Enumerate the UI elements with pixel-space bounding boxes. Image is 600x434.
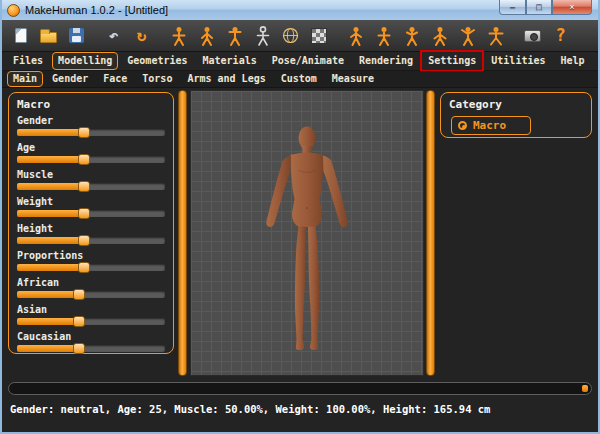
viewport-3d[interactable]	[190, 90, 424, 376]
slider-label: Weight	[17, 196, 165, 207]
slider-fill	[17, 183, 84, 190]
skeleton-view-button[interactable]	[249, 22, 276, 49]
tab-modelling[interactable]: Modelling	[52, 52, 118, 70]
pose-figure-2-button[interactable]	[193, 22, 220, 49]
age-slider: Age	[17, 142, 165, 163]
camera-icon	[524, 30, 541, 42]
tab-torso[interactable]: Torso	[136, 71, 178, 87]
caucasian-slider-handle[interactable]	[73, 343, 85, 354]
tab-files[interactable]: Files	[7, 52, 49, 70]
minimize-button[interactable]: –	[499, 0, 526, 15]
slider-fill	[17, 210, 84, 217]
age-slider-track[interactable]	[17, 156, 165, 163]
pose-figure-icon	[170, 26, 188, 46]
asian-slider-handle[interactable]	[73, 316, 85, 327]
help-button[interactable]: ?	[547, 22, 574, 49]
checkerboard-icon	[311, 28, 327, 44]
left-scrollbar[interactable]	[178, 90, 187, 376]
view-right-button[interactable]	[426, 22, 453, 49]
sub-tab-bar: Main Gender Face Torso Arms and Legs Cus…	[2, 71, 598, 88]
slider-label: Caucasian	[17, 331, 165, 342]
save-icon	[69, 28, 84, 43]
african-slider-track[interactable]	[17, 291, 165, 298]
undo-icon: ↶	[109, 28, 119, 44]
title-bar[interactable]: MakeHuman 1.0.2 - [Untitled] – □ ×	[2, 0, 598, 20]
slider-fill	[17, 345, 79, 352]
open-folder-icon	[40, 32, 57, 43]
slider-fill	[17, 156, 84, 163]
tab-materials[interactable]: Materials	[197, 52, 263, 70]
african-slider: African	[17, 277, 165, 298]
app-icon	[7, 4, 20, 17]
tab-measure[interactable]: Measure	[326, 71, 380, 87]
caucasian-slider-track[interactable]	[17, 345, 165, 352]
star-figure-icon	[487, 26, 505, 46]
tab-help[interactable]: Help	[555, 52, 591, 70]
figure-front-icon	[347, 26, 365, 46]
proportions-slider-track[interactable]	[17, 264, 165, 271]
weight-slider: Weight	[17, 196, 165, 217]
age-slider-handle[interactable]	[78, 154, 90, 165]
tab-geometries[interactable]: Geometries	[121, 52, 193, 70]
category-option-macro[interactable]: Macro	[451, 116, 531, 135]
weight-slider-handle[interactable]	[78, 208, 90, 219]
tab-main[interactable]: Main	[7, 71, 43, 87]
slider-label: Height	[17, 223, 165, 234]
reset-camera-button[interactable]	[482, 22, 509, 49]
human-model	[252, 125, 362, 357]
slider-label: Proportions	[17, 250, 165, 261]
view-left-button[interactable]	[398, 22, 425, 49]
tab-utilities[interactable]: Utilities	[485, 52, 551, 70]
slider-label: Asian	[17, 304, 165, 315]
asian-slider-track[interactable]	[17, 318, 165, 325]
help-icon: ?	[555, 27, 565, 44]
window-title: MakeHuman 1.0.2 - [Untitled]	[25, 4, 168, 16]
tab-custom[interactable]: Custom	[275, 71, 323, 87]
tab-gender[interactable]: Gender	[46, 71, 94, 87]
redo-button[interactable]: ↻	[128, 22, 155, 49]
figure-back-icon	[375, 26, 393, 46]
tab-face[interactable]: Face	[97, 71, 133, 87]
gender-slider-handle[interactable]	[78, 127, 90, 138]
grab-screenshot-button[interactable]	[519, 22, 546, 49]
proportions-slider-handle[interactable]	[78, 262, 90, 273]
height-slider-handle[interactable]	[78, 235, 90, 246]
view-back-button[interactable]	[370, 22, 397, 49]
background-checker-button[interactable]	[305, 22, 332, 49]
tab-rendering[interactable]: Rendering	[353, 52, 419, 70]
undo-button[interactable]: ↶	[100, 22, 127, 49]
globe-icon	[282, 27, 299, 44]
tab-settings[interactable]: Settings	[422, 52, 482, 70]
slider-fill	[17, 318, 79, 325]
figure-right-icon	[431, 26, 449, 46]
right-scrollbar[interactable]	[426, 90, 435, 376]
tab-pose-animate[interactable]: Pose/Animate	[266, 52, 350, 70]
load-model-button[interactable]	[35, 22, 62, 49]
height-slider: Height	[17, 223, 165, 244]
muscle-slider: Muscle	[17, 169, 165, 190]
category-panel: Category Macro	[440, 92, 592, 138]
save-model-button[interactable]	[63, 22, 90, 49]
slider-label: Gender	[17, 115, 165, 126]
figure-top-icon	[459, 26, 477, 46]
weight-slider-track[interactable]	[17, 210, 165, 217]
caucasian-slider: Caucasian	[17, 331, 165, 352]
african-slider-handle[interactable]	[73, 289, 85, 300]
view-front-button[interactable]	[342, 22, 369, 49]
slider-fill	[17, 237, 84, 244]
slider-label: Muscle	[17, 169, 165, 180]
progress-bar	[8, 382, 592, 395]
close-button[interactable]: ×	[552, 0, 592, 15]
tab-arms-and-legs[interactable]: Arms and Legs	[181, 71, 271, 87]
pose-figure-3-button[interactable]	[221, 22, 248, 49]
muscle-slider-track[interactable]	[17, 183, 165, 190]
height-slider-track[interactable]	[17, 237, 165, 244]
maximize-button[interactable]: □	[526, 0, 552, 15]
new-document-button[interactable]	[7, 22, 34, 49]
pose-figure-1-button[interactable]	[165, 22, 192, 49]
muscle-slider-handle[interactable]	[78, 181, 90, 192]
proportions-slider: Proportions	[17, 250, 165, 271]
gender-slider-track[interactable]	[17, 129, 165, 136]
view-top-button[interactable]	[454, 22, 481, 49]
wireframe-globe-button[interactable]	[277, 22, 304, 49]
